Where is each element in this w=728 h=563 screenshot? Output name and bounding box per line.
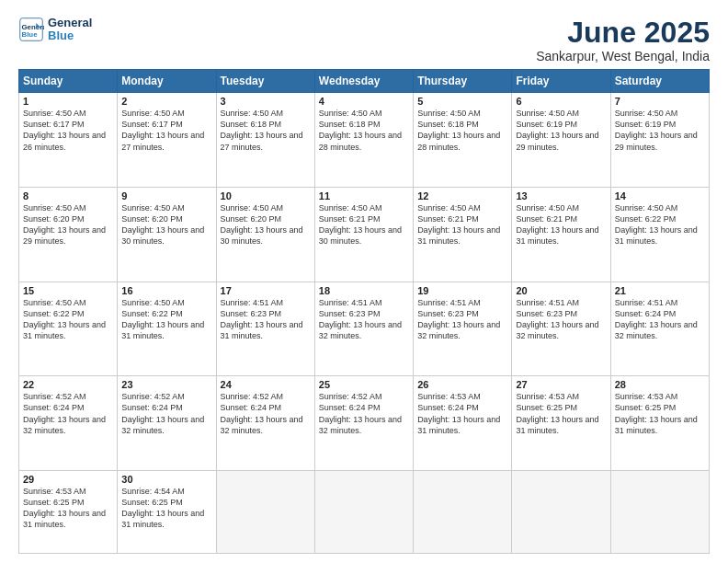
day-info: Sunrise: 4:51 AMSunset: 6:23 PMDaylight:… — [417, 298, 500, 340]
calendar-header-row: Sunday Monday Tuesday Wednesday Thursday… — [19, 70, 710, 93]
day-info: Sunrise: 4:53 AMSunset: 6:25 PMDaylight:… — [516, 392, 598, 434]
day-number: 26 — [417, 379, 507, 390]
day-number: 12 — [417, 190, 507, 201]
day-info: Sunrise: 4:52 AMSunset: 6:24 PMDaylight:… — [221, 392, 303, 434]
table-row: 8Sunrise: 4:50 AMSunset: 6:20 PMDaylight… — [19, 187, 118, 282]
table-row: 3Sunrise: 4:50 AMSunset: 6:18 PMDaylight… — [216, 93, 314, 188]
day-info: Sunrise: 4:50 AMSunset: 6:22 PMDaylight:… — [23, 298, 106, 340]
title-block: June 2025 Sankarpur, West Bengal, India — [536, 17, 710, 63]
day-info: Sunrise: 4:50 AMSunset: 6:17 PMDaylight:… — [121, 109, 204, 151]
table-row: 5Sunrise: 4:50 AMSunset: 6:18 PMDaylight… — [414, 93, 512, 188]
table-row: 24Sunrise: 4:52 AMSunset: 6:24 PMDayligh… — [216, 376, 314, 471]
page: General Blue General Blue June 2025 Sank… — [0, 0, 728, 563]
table-row: 25Sunrise: 4:52 AMSunset: 6:24 PMDayligh… — [314, 376, 413, 471]
day-number: 3 — [221, 96, 311, 107]
day-number: 2 — [121, 96, 211, 107]
calendar-table: Sunday Monday Tuesday Wednesday Thursday… — [18, 69, 710, 554]
table-row: 6Sunrise: 4:50 AMSunset: 6:19 PMDaylight… — [512, 93, 610, 188]
col-sunday: Sunday — [19, 70, 118, 93]
table-row: 14Sunrise: 4:50 AMSunset: 6:22 PMDayligh… — [610, 187, 709, 282]
table-row: 15Sunrise: 4:50 AMSunset: 6:22 PMDayligh… — [19, 282, 118, 376]
table-row: 27Sunrise: 4:53 AMSunset: 6:25 PMDayligh… — [512, 376, 610, 471]
day-number: 11 — [319, 190, 409, 201]
logo-icon: General Blue — [18, 17, 44, 42]
col-tuesday: Tuesday — [216, 70, 314, 93]
day-info: Sunrise: 4:50 AMSunset: 6:21 PMDaylight:… — [516, 203, 598, 246]
day-number: 29 — [23, 474, 113, 485]
day-info: Sunrise: 4:50 AMSunset: 6:18 PMDaylight:… — [221, 109, 303, 151]
day-info: Sunrise: 4:50 AMSunset: 6:18 PMDaylight:… — [319, 109, 402, 151]
table-row: 9Sunrise: 4:50 AMSunset: 6:20 PMDaylight… — [118, 187, 216, 282]
table-row: 17Sunrise: 4:51 AMSunset: 6:23 PMDayligh… — [216, 282, 314, 376]
day-info: Sunrise: 4:51 AMSunset: 6:24 PMDaylight:… — [615, 298, 698, 340]
day-info: Sunrise: 4:50 AMSunset: 6:21 PMDaylight:… — [319, 203, 402, 246]
logo-line1: General — [48, 17, 92, 29]
day-number: 6 — [516, 96, 606, 107]
day-number: 17 — [221, 285, 311, 296]
table-row: 23Sunrise: 4:52 AMSunset: 6:24 PMDayligh… — [118, 376, 216, 471]
day-info: Sunrise: 4:50 AMSunset: 6:21 PMDaylight:… — [417, 203, 500, 246]
table-row — [314, 471, 413, 554]
day-number: 30 — [121, 474, 211, 485]
col-friday: Friday — [512, 70, 610, 93]
day-number: 22 — [23, 379, 113, 390]
col-monday: Monday — [118, 70, 216, 93]
logo: General Blue General Blue — [18, 17, 92, 43]
table-row: 7Sunrise: 4:50 AMSunset: 6:19 PMDaylight… — [610, 93, 709, 188]
svg-text:Blue: Blue — [22, 30, 39, 39]
day-number: 24 — [221, 379, 311, 390]
day-info: Sunrise: 4:51 AMSunset: 6:23 PMDaylight:… — [319, 298, 402, 340]
day-info: Sunrise: 4:52 AMSunset: 6:24 PMDaylight:… — [121, 392, 204, 434]
table-row: 19Sunrise: 4:51 AMSunset: 6:23 PMDayligh… — [414, 282, 512, 376]
day-info: Sunrise: 4:54 AMSunset: 6:25 PMDaylight:… — [121, 487, 204, 529]
table-row — [512, 471, 610, 554]
day-number: 23 — [121, 379, 211, 390]
subtitle: Sankarpur, West Bengal, India — [536, 49, 710, 63]
day-number: 10 — [221, 190, 311, 201]
col-wednesday: Wednesday — [314, 70, 413, 93]
day-info: Sunrise: 4:50 AMSunset: 6:20 PMDaylight:… — [121, 203, 204, 246]
header: General Blue General Blue June 2025 Sank… — [18, 17, 710, 63]
day-number: 1 — [23, 96, 113, 107]
day-number: 27 — [516, 379, 606, 390]
table-row: 18Sunrise: 4:51 AMSunset: 6:23 PMDayligh… — [314, 282, 413, 376]
day-info: Sunrise: 4:50 AMSunset: 6:22 PMDaylight:… — [615, 203, 698, 246]
day-number: 5 — [417, 96, 507, 107]
table-row: 11Sunrise: 4:50 AMSunset: 6:21 PMDayligh… — [314, 187, 413, 282]
day-number: 9 — [121, 190, 211, 201]
table-row — [414, 471, 512, 554]
day-info: Sunrise: 4:52 AMSunset: 6:24 PMDaylight:… — [23, 392, 106, 434]
table-row — [610, 471, 709, 554]
table-row: 2Sunrise: 4:50 AMSunset: 6:17 PMDaylight… — [118, 93, 216, 188]
table-row: 16Sunrise: 4:50 AMSunset: 6:22 PMDayligh… — [118, 282, 216, 376]
day-info: Sunrise: 4:50 AMSunset: 6:22 PMDaylight:… — [121, 298, 204, 340]
day-info: Sunrise: 4:52 AMSunset: 6:24 PMDaylight:… — [319, 392, 402, 434]
table-row: 28Sunrise: 4:53 AMSunset: 6:25 PMDayligh… — [610, 376, 709, 471]
table-row: 1Sunrise: 4:50 AMSunset: 6:17 PMDaylight… — [19, 93, 118, 188]
day-number: 25 — [319, 379, 409, 390]
day-number: 7 — [615, 96, 705, 107]
day-info: Sunrise: 4:50 AMSunset: 6:19 PMDaylight:… — [615, 109, 698, 151]
day-info: Sunrise: 4:53 AMSunset: 6:24 PMDaylight:… — [417, 392, 500, 434]
table-row: 22Sunrise: 4:52 AMSunset: 6:24 PMDayligh… — [19, 376, 118, 471]
day-number: 20 — [516, 285, 606, 296]
col-saturday: Saturday — [610, 70, 709, 93]
day-number: 28 — [615, 379, 705, 390]
day-number: 4 — [319, 96, 409, 107]
day-info: Sunrise: 4:53 AMSunset: 6:25 PMDaylight:… — [615, 392, 698, 434]
table-row — [216, 471, 314, 554]
day-number: 8 — [23, 190, 113, 201]
day-info: Sunrise: 4:50 AMSunset: 6:20 PMDaylight:… — [23, 203, 106, 246]
day-number: 21 — [615, 285, 705, 296]
table-row: 30Sunrise: 4:54 AMSunset: 6:25 PMDayligh… — [118, 471, 216, 554]
table-row: 29Sunrise: 4:53 AMSunset: 6:25 PMDayligh… — [19, 471, 118, 554]
logo-text: General Blue — [48, 17, 92, 43]
table-row: 10Sunrise: 4:50 AMSunset: 6:20 PMDayligh… — [216, 187, 314, 282]
day-number: 19 — [417, 285, 507, 296]
day-info: Sunrise: 4:50 AMSunset: 6:18 PMDaylight:… — [417, 109, 500, 151]
table-row: 12Sunrise: 4:50 AMSunset: 6:21 PMDayligh… — [414, 187, 512, 282]
col-thursday: Thursday — [414, 70, 512, 93]
day-info: Sunrise: 4:53 AMSunset: 6:25 PMDaylight:… — [23, 487, 106, 529]
logo-line2: Blue — [48, 29, 92, 42]
table-row: 26Sunrise: 4:53 AMSunset: 6:24 PMDayligh… — [414, 376, 512, 471]
